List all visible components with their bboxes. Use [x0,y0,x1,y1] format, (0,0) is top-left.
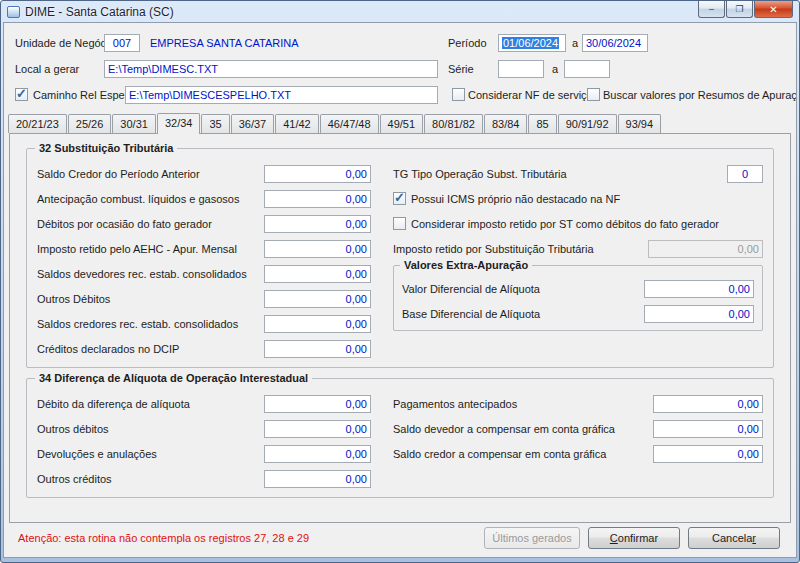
warning-text: Atenção: esta rotina não contempla os re… [18,532,484,544]
tg-tipo-operacao-input[interactable] [727,165,763,183]
periodo-start-value: 01/06/2024 [502,37,559,49]
serie-label: Série [448,63,474,75]
imposto-retido-aehc-input[interactable] [264,240,371,258]
field-row: Saldo Credor do Período Anterior [37,161,371,186]
devolucoes-anulacoes-input[interactable] [264,445,371,463]
possui-icms-proprio-checkbox[interactable]: ✓ [393,192,406,205]
confirmar-button[interactable]: Confirmar [588,527,680,549]
imposto-retido-st-input [648,240,763,258]
field-label: Antecipação combust. líquidos e gasosos [37,193,264,205]
field-label: TG Tipo Operação Subst. Tributária [393,168,727,180]
field-label: Saldo devedor a compensar em conta gráfi… [393,423,653,435]
periodo-start-input[interactable]: 01/06/2024 [498,34,566,52]
tab-20-21-23[interactable]: 20/21/23 [8,114,67,133]
window-controls: – ❐ ✕ [697,1,793,18]
group-32-right-column: TG Tipo Operação Subst. Tributária ✓ Pos… [393,161,763,361]
debito-diferenca-aliquota-input[interactable] [264,395,371,413]
outros-debitos-34-input[interactable] [264,420,371,438]
saldo-devedor-conta-grafica-input[interactable] [653,420,763,438]
checkbox-row: ✓ Possui ICMS próprio não destacado na N… [393,186,763,211]
unidade-negocio-input[interactable] [104,34,140,52]
outros-creditos-input[interactable] [264,470,371,488]
outros-debitos-input[interactable] [264,290,371,308]
serie-start-input[interactable] [498,60,544,78]
tab-49-51[interactable]: 49/51 [380,114,424,133]
group-32-left-column: Saldo Credor do Período Anterior Antecip… [37,161,371,361]
tab-46-47-48[interactable]: 46/47/48 [320,114,379,133]
buscar-resumos-checkbox[interactable]: ✓ [587,88,600,101]
field-label: Saldos devedores rec. estab. consolidado… [37,268,264,280]
field-row: Débito da diferença de alíquota [37,391,371,416]
considerar-nf-servico-label: Considerar NF de serviço [468,89,593,101]
considerar-nf-servico-checkbox[interactable]: ✓ [452,88,465,101]
caminho-rel-espelho-checkbox[interactable]: ✓ [15,88,28,101]
ultimos-gerados-button[interactable]: Últimos gerados [484,527,580,549]
dialog-client-area: Unidade de Negócio EMPRESA SANTA CATARIN… [3,22,797,558]
field-row: Outros créditos [37,466,371,491]
field-label: Pagamentos antecipados [393,398,653,410]
antecipacao-combust-input[interactable] [264,190,371,208]
serie-end-input[interactable] [564,60,610,78]
tab-page-32-34: 32 Substituição Tributária Saldo Credor … [9,133,791,523]
tab-35[interactable]: 35 [201,114,229,133]
tab-25-26[interactable]: 25/26 [68,114,112,133]
maximize-icon: ❐ [735,4,743,14]
field-label: Valor Diferencial de Alíquota [402,283,644,295]
field-label: Débitos por ocasião do fato gerador [37,218,264,230]
field-row: Devoluções e anulações [37,441,371,466]
valor-diferencial-aliquota-input[interactable] [644,280,754,298]
creditos-dcip-input[interactable] [264,340,371,358]
app-icon [7,6,20,18]
maximize-button[interactable]: ❐ [726,1,753,18]
field-row: Valor Diferencial de Alíquota [402,276,754,301]
field-row: Saldo devedor a compensar em conta gráfi… [393,416,763,441]
debitos-fato-gerador-input[interactable] [264,215,371,233]
field-label: Créditos declarados no DCIP [37,343,264,355]
tab-80-81-82[interactable]: 80/81/82 [424,114,483,133]
tab-41-42[interactable]: 41/42 [275,114,319,133]
confirmar-rest: onfirmar [618,532,658,544]
periodo-label: Período [448,37,487,49]
saldo-credor-periodo-anterior-input[interactable] [264,165,371,183]
field-row: Débitos por ocasião do fato gerador [37,211,371,236]
local-a-gerar-label: Local a gerar [15,63,79,75]
tab-90-91-92[interactable]: 90/91/92 [558,114,617,133]
tab-32-34[interactable]: 32/34 [157,113,201,134]
tab-strip: 20/21/23 25/26 30/31 32/34 35 36/37 41/4… [4,111,796,133]
field-label: Devoluções e anulações [37,448,264,460]
field-label: Outros débitos [37,423,264,435]
possui-icms-proprio-label: Possui ICMS próprio não destacado na NF [411,193,620,205]
tab-93-94[interactable]: 93/94 [618,114,662,133]
caminho-rel-espelho-input[interactable] [125,86,438,104]
title-bar[interactable]: DIME - Santa Catarina (SC) – ❐ ✕ [3,1,797,22]
saldos-credores-consolidados-input[interactable] [264,315,371,333]
local-a-gerar-input[interactable] [104,60,438,78]
form-header: Unidade de Negócio EMPRESA SANTA CATARIN… [4,23,796,111]
considerar-imposto-st-checkbox[interactable]: ✓ [393,217,406,230]
periodo-end-input[interactable] [582,34,648,52]
field-label: Base Diferencial de Alíquota [402,308,644,320]
pagamentos-antecipados-input[interactable] [653,395,763,413]
field-label: Saldo Credor do Período Anterior [37,168,264,180]
tab-83-84[interactable]: 83/84 [484,114,528,133]
field-row: Saldos devedores rec. estab. consolidado… [37,261,371,286]
saldo-credor-conta-grafica-input[interactable] [653,445,763,463]
minimize-icon: – [709,4,714,14]
field-label: Imposto retido pelo AEHC - Apur. Mensal [37,243,264,255]
field-row: Imposto retido por Substituição Tributár… [393,236,763,261]
serie-separator: a [552,63,558,75]
field-label: Outros créditos [37,473,264,485]
close-button[interactable]: ✕ [754,1,793,18]
minimize-button[interactable]: – [698,1,725,18]
tab-85[interactable]: 85 [528,114,556,133]
check-icon: ✓ [394,190,405,205]
checkbox-row: ✓ Considerar imposto retido por ST como … [393,211,763,236]
saldos-devedores-consolidados-input[interactable] [264,265,371,283]
tab-36-37[interactable]: 36/37 [231,114,275,133]
footer-bar: Atenção: esta rotina não contempla os re… [4,523,796,557]
dialog-window: DIME - Santa Catarina (SC) – ❐ ✕ Unidade… [0,0,800,563]
base-diferencial-aliquota-input[interactable] [644,305,754,323]
tab-30-31[interactable]: 30/31 [112,114,156,133]
field-row: Créditos declarados no DCIP [37,336,371,361]
cancelar-button[interactable]: Cancelar [688,527,780,549]
